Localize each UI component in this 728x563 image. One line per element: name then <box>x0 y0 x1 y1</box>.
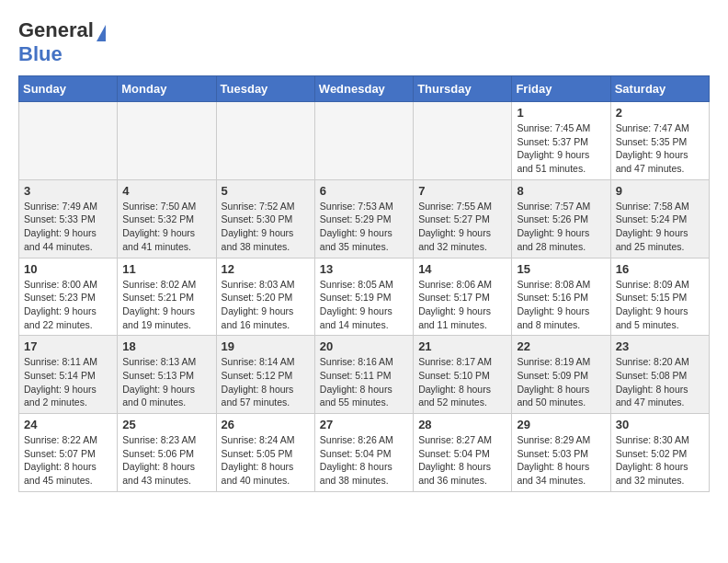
col-header-monday: Monday <box>118 76 216 102</box>
calendar-cell: 14Sunrise: 8:06 AMSunset: 5:17 PMDayligh… <box>414 258 512 336</box>
day-number: 9 <box>616 184 704 198</box>
day-number: 26 <box>222 418 310 431</box>
calendar-cell <box>216 102 314 180</box>
day-info: Sunrise: 8:20 AMSunset: 5:08 PMDaylight:… <box>616 355 704 409</box>
col-header-tuesday: Tuesday <box>216 76 314 102</box>
day-number: 6 <box>320 184 408 198</box>
day-info: Sunrise: 8:16 AMSunset: 5:11 PMDaylight:… <box>320 355 408 409</box>
day-number: 3 <box>24 184 112 198</box>
page-header: General Blue <box>18 18 710 66</box>
day-info: Sunrise: 7:58 AMSunset: 5:24 PMDaylight:… <box>616 200 704 254</box>
calendar-cell: 13Sunrise: 8:05 AMSunset: 5:19 PMDayligh… <box>314 258 413 336</box>
day-info: Sunrise: 8:24 AMSunset: 5:05 PMDaylight:… <box>222 433 310 488</box>
calendar-week-5: 24Sunrise: 8:22 AMSunset: 5:07 PMDayligh… <box>19 414 710 492</box>
day-info: Sunrise: 8:26 AMSunset: 5:04 PMDaylight:… <box>320 433 408 488</box>
day-number: 20 <box>320 339 408 353</box>
calendar-cell: 3Sunrise: 7:49 AMSunset: 5:33 PMDaylight… <box>19 179 118 258</box>
col-header-friday: Friday <box>512 76 610 102</box>
day-number: 7 <box>418 184 506 198</box>
calendar-cell: 15Sunrise: 8:08 AMSunset: 5:16 PMDayligh… <box>512 258 610 336</box>
logo-line2: Blue <box>18 42 63 66</box>
calendar-cell <box>314 102 413 180</box>
calendar-cell: 8Sunrise: 7:57 AMSunset: 5:26 PMDaylight… <box>512 179 610 258</box>
day-number: 11 <box>122 262 210 276</box>
calendar-cell: 9Sunrise: 7:58 AMSunset: 5:24 PMDaylight… <box>610 179 709 258</box>
day-number: 10 <box>24 262 112 276</box>
calendar-cell: 18Sunrise: 8:13 AMSunset: 5:13 PMDayligh… <box>118 336 216 414</box>
calendar-cell <box>414 102 512 180</box>
calendar-cell: 26Sunrise: 8:24 AMSunset: 5:05 PMDayligh… <box>216 414 314 492</box>
calendar-cell: 5Sunrise: 7:52 AMSunset: 5:30 PMDaylight… <box>216 179 314 258</box>
day-info: Sunrise: 7:52 AMSunset: 5:30 PMDaylight:… <box>222 200 310 254</box>
day-info: Sunrise: 8:30 AMSunset: 5:02 PMDaylight:… <box>616 433 704 488</box>
day-info: Sunrise: 7:53 AMSunset: 5:29 PMDaylight:… <box>320 200 408 254</box>
day-info: Sunrise: 7:50 AMSunset: 5:32 PMDaylight:… <box>122 200 210 254</box>
day-number: 17 <box>24 339 112 353</box>
day-number: 29 <box>517 418 605 431</box>
calendar-cell: 21Sunrise: 8:17 AMSunset: 5:10 PMDayligh… <box>414 336 512 414</box>
day-info: Sunrise: 8:22 AMSunset: 5:07 PMDaylight:… <box>24 433 112 488</box>
day-number: 27 <box>320 418 408 431</box>
day-info: Sunrise: 8:29 AMSunset: 5:03 PMDaylight:… <box>517 433 605 488</box>
col-header-sunday: Sunday <box>19 76 118 102</box>
calendar-cell <box>19 102 118 180</box>
calendar-cell: 2Sunrise: 7:47 AMSunset: 5:35 PMDaylight… <box>610 102 709 180</box>
calendar-table: SundayMondayTuesdayWednesdayThursdayFrid… <box>18 75 710 492</box>
calendar-week-2: 3Sunrise: 7:49 AMSunset: 5:33 PMDaylight… <box>19 179 710 258</box>
day-info: Sunrise: 8:19 AMSunset: 5:09 PMDaylight:… <box>517 355 605 409</box>
day-number: 8 <box>517 184 605 198</box>
logo: General Blue <box>18 18 106 66</box>
day-number: 22 <box>517 339 605 353</box>
day-info: Sunrise: 8:14 AMSunset: 5:12 PMDaylight:… <box>222 355 310 409</box>
day-number: 30 <box>616 418 704 431</box>
calendar-week-1: 1Sunrise: 7:45 AMSunset: 5:37 PMDaylight… <box>19 102 710 180</box>
day-info: Sunrise: 8:03 AMSunset: 5:20 PMDaylight:… <box>222 278 310 332</box>
day-info: Sunrise: 8:11 AMSunset: 5:14 PMDaylight:… <box>24 355 112 409</box>
day-info: Sunrise: 7:47 AMSunset: 5:35 PMDaylight:… <box>616 121 704 176</box>
calendar-cell: 6Sunrise: 7:53 AMSunset: 5:29 PMDaylight… <box>314 179 413 258</box>
day-info: Sunrise: 7:45 AMSunset: 5:37 PMDaylight:… <box>517 121 605 176</box>
calendar-cell: 7Sunrise: 7:55 AMSunset: 5:27 PMDaylight… <box>414 179 512 258</box>
col-header-wednesday: Wednesday <box>314 76 413 102</box>
day-number: 13 <box>320 262 408 276</box>
day-number: 16 <box>616 262 704 276</box>
day-number: 12 <box>222 262 310 276</box>
calendar-cell: 10Sunrise: 8:00 AMSunset: 5:23 PMDayligh… <box>19 258 118 336</box>
col-header-saturday: Saturday <box>610 76 709 102</box>
logo-line1: General <box>18 18 106 42</box>
day-number: 14 <box>418 262 506 276</box>
day-number: 23 <box>616 339 704 353</box>
calendar-cell: 28Sunrise: 8:27 AMSunset: 5:04 PMDayligh… <box>414 414 512 492</box>
calendar-cell: 22Sunrise: 8:19 AMSunset: 5:09 PMDayligh… <box>512 336 610 414</box>
day-number: 19 <box>222 339 310 353</box>
day-number: 24 <box>24 418 112 431</box>
calendar-cell: 4Sunrise: 7:50 AMSunset: 5:32 PMDaylight… <box>118 179 216 258</box>
calendar-cell: 11Sunrise: 8:02 AMSunset: 5:21 PMDayligh… <box>118 258 216 336</box>
calendar-week-4: 17Sunrise: 8:11 AMSunset: 5:14 PMDayligh… <box>19 336 710 414</box>
calendar-cell: 16Sunrise: 8:09 AMSunset: 5:15 PMDayligh… <box>610 258 709 336</box>
day-number: 1 <box>517 106 605 120</box>
day-info: Sunrise: 8:02 AMSunset: 5:21 PMDaylight:… <box>122 278 210 332</box>
logo-triangle-icon <box>97 25 106 41</box>
day-info: Sunrise: 7:55 AMSunset: 5:27 PMDaylight:… <box>418 200 506 254</box>
calendar-cell: 27Sunrise: 8:26 AMSunset: 5:04 PMDayligh… <box>314 414 413 492</box>
day-number: 5 <box>222 184 310 198</box>
day-number: 28 <box>418 418 506 431</box>
logo-general-text: General <box>18 18 94 41</box>
calendar-cell: 24Sunrise: 8:22 AMSunset: 5:07 PMDayligh… <box>19 414 118 492</box>
calendar-cell: 19Sunrise: 8:14 AMSunset: 5:12 PMDayligh… <box>216 336 314 414</box>
col-header-thursday: Thursday <box>414 76 512 102</box>
day-info: Sunrise: 8:08 AMSunset: 5:16 PMDaylight:… <box>517 278 605 332</box>
day-number: 18 <box>122 339 210 353</box>
day-number: 25 <box>122 418 210 431</box>
day-info: Sunrise: 8:06 AMSunset: 5:17 PMDaylight:… <box>418 278 506 332</box>
calendar-cell: 25Sunrise: 8:23 AMSunset: 5:06 PMDayligh… <box>118 414 216 492</box>
day-number: 21 <box>418 339 506 353</box>
day-info: Sunrise: 7:49 AMSunset: 5:33 PMDaylight:… <box>24 200 112 254</box>
day-info: Sunrise: 8:00 AMSunset: 5:23 PMDaylight:… <box>24 278 112 332</box>
day-number: 2 <box>616 106 704 120</box>
calendar-week-3: 10Sunrise: 8:00 AMSunset: 5:23 PMDayligh… <box>19 258 710 336</box>
calendar-cell: 12Sunrise: 8:03 AMSunset: 5:20 PMDayligh… <box>216 258 314 336</box>
day-info: Sunrise: 8:05 AMSunset: 5:19 PMDaylight:… <box>320 278 408 332</box>
day-number: 15 <box>517 262 605 276</box>
